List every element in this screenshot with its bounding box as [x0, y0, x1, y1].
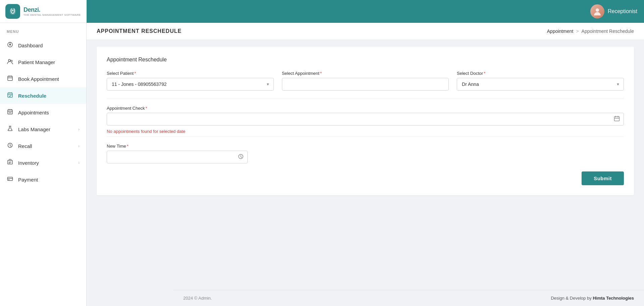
footer: 2024 © Admin. Design & Develop by Himta …	[173, 290, 644, 306]
labs-manager-arrow: ›	[78, 127, 80, 131]
footer-credit: Design & Develop by Himta Technologies	[551, 296, 634, 301]
form-card: Appointment Reschedule Select Patient* 1…	[97, 47, 634, 195]
sidebar-item-book-appointment-label: Book Appointment	[18, 76, 59, 82]
new-time-input[interactable]: 19:03 pm	[107, 151, 248, 163]
divider	[107, 99, 624, 99]
select-doctor-wrapper: Dr Anna ▼	[457, 78, 624, 91]
top-header: Receptionist	[0, 0, 644, 23]
reschedule-icon	[7, 92, 13, 99]
breadcrumb-parent[interactable]: Appointment	[547, 29, 574, 34]
appointment-check-group: Appointment Check* 2024-06-11 No appoint…	[107, 106, 624, 134]
footer-copyright: 2024 © Admin.	[183, 296, 212, 301]
submit-row: Submit	[107, 171, 624, 185]
new-time-label: New Time*	[107, 144, 248, 149]
sidebar-item-dashboard-label: Dashboard	[18, 43, 43, 48]
sidebar-item-labs-manager[interactable]: Labs Manager ›	[0, 121, 86, 138]
svg-point-4	[8, 59, 10, 61]
inventory-icon	[7, 159, 13, 166]
dashboard-icon	[7, 42, 13, 49]
sidebar: MENU Dashboard Patient Manager	[0, 23, 87, 306]
submit-button[interactable]: Submit	[582, 171, 624, 185]
svg-point-32	[12, 10, 13, 11]
new-time-group: New Time* 19:03 pm	[107, 144, 248, 163]
breadcrumb-current: Appointment Reschedule	[582, 29, 634, 34]
svg-rect-6	[8, 76, 12, 81]
sidebar-item-inventory-label: Inventory	[18, 160, 39, 166]
select-patient-label: Select Patient*	[107, 71, 274, 76]
payment-icon	[7, 176, 13, 183]
sidebar-item-book-appointment[interactable]: Book Appointment	[0, 70, 86, 87]
logo-text: Denzi. The Dental Management Software	[23, 6, 81, 16]
labs-manager-icon	[7, 125, 13, 133]
sidebar-item-patient-manager-label: Patient Manager	[18, 59, 55, 65]
page-title: APPOINTMENT RESCHEDULE	[97, 28, 182, 34]
recall-icon	[7, 142, 13, 150]
page-header: APPOINTMENT RESCHEDULE Appointment > App…	[87, 23, 644, 40]
new-time-input-wrapper: 19:03 pm	[107, 151, 248, 163]
header-right: Receptionist	[590, 4, 637, 18]
select-appointment-input[interactable]: 2024-06-10 12:01:00	[282, 78, 449, 91]
logo-icon	[5, 4, 20, 19]
svg-point-2	[9, 44, 11, 46]
select-doctor-label: Select Doctor*	[457, 71, 624, 76]
select-doctor-input[interactable]: Dr Anna	[457, 78, 624, 91]
sidebar-item-patient-manager[interactable]: Patient Manager	[0, 54, 86, 70]
form-row-top: Select Patient* 11 - Jones - 08905563792…	[107, 71, 624, 91]
select-appointment-label: Select Appointment*	[282, 71, 449, 76]
sidebar-item-dashboard[interactable]: Dashboard	[0, 37, 86, 54]
menu-label: MENU	[0, 30, 86, 37]
sidebar-item-recall[interactable]: Recall ›	[0, 138, 86, 154]
form-card-title: Appointment Reschedule	[107, 57, 624, 63]
sidebar-item-labs-manager-label: Labs Manager	[18, 126, 50, 132]
svg-rect-24	[8, 177, 13, 181]
appointment-check-input[interactable]: 2024-06-11	[107, 113, 624, 125]
avatar	[590, 4, 604, 18]
main-content: APPOINTMENT RESCHEDULE Appointment > App…	[87, 23, 644, 306]
appointment-check-label: Appointment Check*	[107, 106, 624, 111]
sidebar-item-reschedule-label: Reschedule	[18, 93, 46, 99]
content-area: Appointment Reschedule Select Patient* 1…	[87, 40, 644, 290]
sidebar-item-payment[interactable]: Payment	[0, 171, 86, 188]
select-patient-group: Select Patient* 11 - Jones - 08905563792…	[107, 71, 274, 91]
sidebar-item-appointments-label: Appointments	[18, 110, 49, 115]
breadcrumb-separator: >	[576, 29, 579, 34]
svg-rect-27	[614, 117, 620, 121]
select-patient-input[interactable]: 11 - Jones - 08905563792	[107, 78, 274, 91]
recall-arrow: ›	[78, 144, 80, 148]
patient-manager-icon	[7, 58, 13, 66]
svg-point-0	[596, 8, 599, 12]
select-patient-wrapper: 11 - Jones - 08905563792 ▼	[107, 78, 274, 91]
appointment-check-error: No appointments found for selected date	[107, 129, 624, 134]
sidebar-item-reschedule[interactable]: Reschedule	[0, 87, 86, 104]
logo-area: Denzi. The Dental Management Software	[0, 0, 87, 23]
receptionist-label: Receptionist	[608, 8, 637, 14]
logo: Denzi. The Dental Management Software	[5, 4, 81, 19]
svg-rect-26	[8, 180, 9, 180]
sidebar-item-appointments[interactable]: Appointments	[0, 104, 86, 121]
svg-rect-14	[8, 110, 12, 114]
select-appointment-group: Select Appointment* 2024-06-10 12:01:00	[282, 71, 449, 91]
svg-point-5	[11, 60, 12, 62]
appointments-icon	[7, 109, 13, 116]
sidebar-item-payment-label: Payment	[18, 177, 38, 183]
divider-2	[107, 137, 624, 137]
sidebar-item-recall-label: Recall	[18, 143, 32, 149]
inventory-arrow: ›	[78, 161, 80, 165]
calendar-icon[interactable]	[614, 116, 620, 123]
appointment-check-input-wrapper: 2024-06-11	[107, 113, 624, 125]
clock-icon[interactable]	[238, 154, 244, 160]
sidebar-item-inventory[interactable]: Inventory ›	[0, 154, 86, 171]
breadcrumb: Appointment > Appointment Reschedule	[547, 29, 634, 34]
book-appointment-icon	[7, 75, 13, 83]
select-doctor-group: Select Doctor* Dr Anna ▼	[457, 71, 624, 91]
